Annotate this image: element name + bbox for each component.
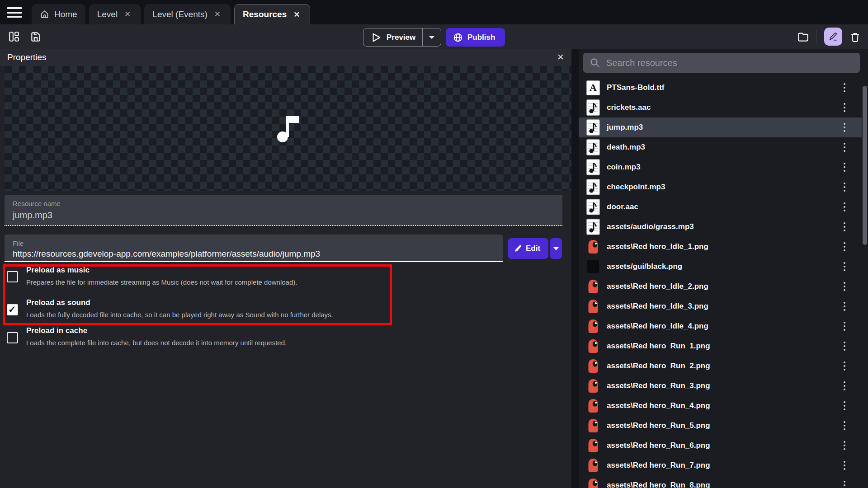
home-icon [40, 9, 49, 19]
resource-row[interactable]: assets\Red hero_Run_6.png [579, 436, 862, 455]
resource-name: assets\Red hero_Run_6.png [607, 441, 710, 450]
resource-name: assets/audio/grass.mp3 [607, 222, 694, 231]
properties-panel: Properties ✕ Resource name jump.mp3 File… [0, 49, 571, 488]
search-placeholder: Search resources [606, 58, 677, 68]
properties-title: Properties [7, 52, 47, 62]
audio-file-icon [586, 219, 600, 235]
kebab-menu-icon[interactable] [842, 378, 847, 393]
resource-row[interactable]: assets\Red hero_Run_2.png [579, 356, 862, 376]
font-file-icon: A [586, 80, 600, 95]
kebab-menu-icon[interactable] [842, 120, 847, 135]
play-icon [371, 33, 381, 42]
kebab-menu-icon[interactable] [842, 239, 847, 254]
resource-name: assets/gui/black.png [607, 262, 682, 271]
resource-row[interactable]: assets\Red hero_Idle_3.png [579, 296, 862, 316]
tab-label: Level (Events) [152, 9, 207, 19]
resource-name: assets\Red hero_Run_4.png [607, 401, 710, 410]
publish-button[interactable]: Publish [446, 28, 505, 47]
close-tab-icon[interactable]: ✕ [292, 9, 302, 20]
resource-row[interactable]: assets/gui/black.png [579, 257, 862, 277]
audio-file-icon [586, 119, 600, 136]
edit-mode-button[interactable] [824, 28, 842, 46]
kebab-menu-icon[interactable] [842, 199, 847, 214]
kebab-menu-icon[interactable] [842, 80, 847, 95]
kebab-menu-icon[interactable] [842, 279, 847, 294]
resource-row[interactable]: assets\Red hero_Run_3.png [579, 376, 862, 396]
resources-sidebar: Search resources APTSans-Bold.ttfcricket… [579, 49, 868, 488]
resource-name: assets\Red hero_Run_8.png [607, 481, 710, 488]
resource-row[interactable]: checkpoint.mp3 [579, 177, 862, 197]
kebab-menu-icon[interactable] [842, 418, 847, 433]
resource-name: coin.mp3 [607, 163, 641, 172]
tab-home[interactable]: Home [32, 4, 85, 24]
search-input[interactable]: Search resources [583, 53, 860, 73]
trash-icon[interactable] [849, 31, 861, 42]
edit-dropdown-icon[interactable] [550, 238, 562, 259]
resource-row[interactable]: assets\Red hero_Run_5.png [579, 416, 862, 436]
resource-row[interactable]: coin.mp3 [579, 157, 862, 177]
kebab-menu-icon[interactable] [842, 478, 847, 488]
kebab-menu-icon[interactable] [842, 358, 847, 373]
resource-row[interactable]: APTSans-Bold.ttf [579, 78, 862, 98]
preview-button[interactable]: Preview [363, 28, 441, 47]
resource-name: assets\Red hero_Run_5.png [607, 421, 710, 430]
resource-row[interactable]: assets/audio/grass.mp3 [579, 217, 862, 237]
kebab-menu-icon[interactable] [842, 338, 847, 353]
kebab-menu-icon[interactable] [842, 160, 847, 174]
kebab-menu-icon[interactable] [842, 140, 847, 155]
tab-label: Home [54, 9, 77, 19]
kebab-menu-icon[interactable] [842, 319, 847, 333]
resource-name: door.aac [607, 202, 638, 211]
sprite-file-icon [586, 399, 600, 413]
search-icon [590, 57, 600, 68]
preload-in-cache-checkbox[interactable] [7, 332, 18, 343]
resource-row[interactable]: assets\Red hero_Run_4.png [579, 396, 862, 416]
tab-level[interactable]: Level✕ [89, 4, 141, 24]
checkbox-label: Preload in cache [26, 326, 87, 335]
kebab-menu-icon[interactable] [842, 179, 847, 194]
resource-row[interactable]: jump.mp3 [579, 117, 862, 137]
tab-level-events[interactable]: Level (Events)✕ [144, 4, 231, 24]
resource-row[interactable]: assets\Red hero_Run_8.png [579, 475, 862, 488]
checkbox-description: Loads the fully decoded file into cache,… [26, 311, 333, 319]
save-icon[interactable] [30, 31, 42, 42]
kebab-menu-icon[interactable] [842, 259, 847, 274]
resource-name: PTSans-Bold.ttf [607, 83, 665, 92]
resource-row[interactable]: assets\Red hero_Idle_4.png [579, 316, 862, 336]
resource-name: assets\Red hero_Idle_3.png [607, 302, 708, 311]
file-field[interactable]: File https://resources.gdevelop-app.com/… [5, 235, 503, 262]
hamburger-menu-icon[interactable] [7, 7, 22, 18]
resource-name: assets\Red hero_Run_2.png [607, 361, 710, 371]
pen-icon [828, 32, 838, 42]
sprite-file-icon [586, 438, 600, 453]
close-panel-icon[interactable]: ✕ [557, 52, 564, 62]
resource-row[interactable]: assets\Red hero_Run_7.png [579, 455, 862, 475]
music-note-icon [275, 113, 301, 143]
resource-row[interactable]: door.aac [579, 197, 862, 217]
preload-as-sound-checkbox[interactable] [7, 304, 18, 315]
kebab-menu-icon[interactable] [842, 458, 847, 473]
close-tab-icon[interactable]: ✕ [123, 9, 132, 20]
close-tab-icon[interactable]: ✕ [212, 9, 222, 20]
kebab-menu-icon[interactable] [842, 219, 847, 234]
resource-name: assets\Red hero_Idle_4.png [607, 322, 708, 331]
sprite-file-icon [586, 478, 600, 488]
kebab-menu-icon[interactable] [842, 398, 847, 413]
resource-row[interactable]: death.mp3 [579, 137, 862, 157]
preload-as-music-checkbox[interactable] [7, 271, 18, 282]
scrollbar-thumb[interactable] [863, 86, 867, 245]
edit-button[interactable]: Edit [508, 238, 548, 259]
layout-panels-icon[interactable] [8, 31, 20, 42]
resource-name-field[interactable]: Resource name jump.mp3 [5, 195, 562, 226]
kebab-menu-icon[interactable] [842, 299, 847, 314]
preview-dropdown-icon[interactable] [423, 36, 441, 39]
tab-resources[interactable]: Resources✕ [234, 4, 310, 24]
resource-row[interactable]: assets\Red hero_Idle_1.png [579, 237, 862, 257]
kebab-menu-icon[interactable] [842, 438, 847, 453]
resource-row[interactable]: assets\Red hero_Run_1.png [579, 336, 862, 356]
resource-row[interactable]: assets\Red hero_Idle_2.png [579, 277, 862, 296]
kebab-menu-icon[interactable] [842, 100, 847, 115]
resource-row[interactable]: crickets.aac [579, 98, 862, 117]
folder-icon[interactable] [797, 31, 809, 43]
resource-name: jump.mp3 [607, 123, 643, 132]
